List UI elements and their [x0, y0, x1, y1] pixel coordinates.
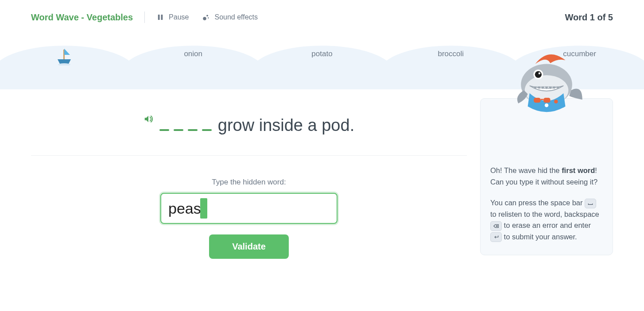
upcoming-word: potato: [258, 50, 387, 58]
blank-word: [159, 129, 212, 131]
svg-point-11: [539, 73, 540, 74]
pause-button[interactable]: Pause: [156, 13, 189, 21]
input-prompt: Type the hidden word:: [31, 178, 467, 187]
svg-point-14: [545, 104, 549, 108]
backspace-key-icon: [490, 221, 502, 231]
game-title: Word Wave - Vegetables: [31, 12, 133, 23]
svg-rect-17: [540, 99, 543, 100]
svg-rect-0: [158, 15, 160, 20]
space-key-icon: [585, 199, 596, 208]
question-area: grow inside a pod. Type the hidden word:…: [31, 103, 467, 259]
word-progress: Word 1 of 5: [565, 12, 613, 23]
audio-play-icon[interactable]: [144, 114, 153, 126]
divider: [144, 12, 145, 23]
top-bar: Word Wave - Vegetables Pause Sound effec…: [0, 0, 644, 32]
svg-point-4: [208, 17, 209, 18]
sound-effects-icon: [202, 13, 210, 21]
svg-point-3: [207, 15, 209, 16]
sentence-rest: grow inside a pod.: [218, 116, 354, 135]
shark-mascot: [509, 45, 584, 122]
answer-input-wrap: [160, 193, 338, 224]
sound-effects-label: Sound effects: [214, 13, 258, 21]
separator: [31, 155, 467, 156]
pause-icon: [156, 13, 164, 21]
blank-segment: [159, 129, 169, 131]
hint-paragraph-1: Oh! The wave hid the first word! Can you…: [490, 165, 603, 188]
blank-segment: [174, 129, 183, 131]
svg-point-13: [554, 100, 558, 104]
pause-label: Pause: [169, 13, 189, 21]
hint-paragraph-2: You can press the space bar to relisten …: [490, 197, 603, 242]
hint-panel: Oh! The wave hid the first word! Can you…: [480, 98, 613, 255]
boat-icon: [0, 50, 129, 68]
svg-rect-16: [543, 98, 550, 103]
upcoming-word: broccoli: [386, 50, 515, 58]
upcoming-word: onion: [129, 50, 258, 58]
svg-point-2: [203, 17, 207, 20]
sound-effects-button[interactable]: Sound effects: [202, 13, 258, 21]
blank-segment: [188, 129, 198, 131]
validate-button[interactable]: Validate: [209, 234, 289, 259]
blank-segment: [202, 129, 212, 131]
enter-key-icon: [490, 232, 502, 242]
svg-rect-1: [161, 15, 163, 20]
sentence: grow inside a pod.: [31, 103, 467, 155]
svg-rect-15: [534, 98, 540, 103]
answer-input[interactable]: [160, 193, 338, 224]
svg-point-10: [535, 71, 542, 78]
